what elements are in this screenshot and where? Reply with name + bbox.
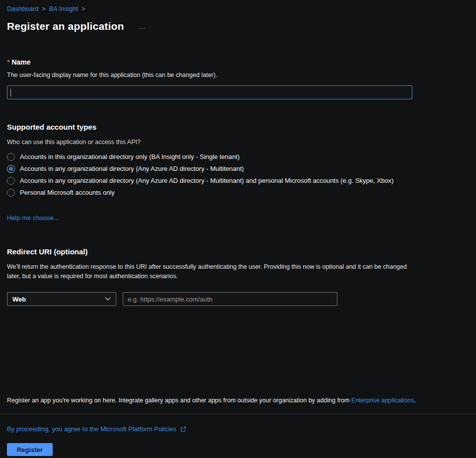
platform-selected-value: Web <box>12 296 26 303</box>
account-types-radio-group: Accounts in this organizational director… <box>7 151 469 199</box>
redirect-uri-description: We'll return the authentication response… <box>7 262 420 281</box>
name-field-label: *Name <box>7 58 469 67</box>
breadcrumb-separator: > <box>42 5 46 12</box>
redirect-uri-input[interactable] <box>123 292 337 306</box>
supported-account-types-heading: Supported account types <box>7 122 469 132</box>
radio-label: Accounts in this organizational director… <box>20 153 239 161</box>
more-actions-icon[interactable]: … <box>138 24 147 29</box>
radio-option-personal-only[interactable]: Personal Microsoft accounts only <box>7 187 469 199</box>
gallery-note-text: Register an app you're working on here. … <box>7 397 351 404</box>
help-me-choose-link[interactable]: Help me choose... <box>7 214 59 222</box>
gallery-note-period: . <box>414 397 416 404</box>
name-input[interactable] <box>7 85 412 99</box>
register-button[interactable]: Register <box>7 443 53 456</box>
radio-icon[interactable] <box>7 153 15 161</box>
platform-policies-link[interactable]: By proceeding, you agree to the Microsof… <box>7 425 176 433</box>
radio-option-multitenant[interactable]: Accounts in any organizational directory… <box>7 163 469 175</box>
radio-label: Personal Microsoft accounts only <box>20 189 115 197</box>
redirect-uri-heading: Redirect URI (optional) <box>7 247 469 257</box>
text-cursor <box>10 88 11 96</box>
name-input-wrapper <box>7 85 412 99</box>
enterprise-applications-link[interactable]: Enterprise applications <box>351 397 414 404</box>
required-asterisk: * <box>7 58 9 66</box>
gallery-note: Register an app you're working on here. … <box>7 396 469 404</box>
platform-select-dropdown[interactable]: Web <box>7 292 116 306</box>
radio-label: Accounts in any organizational directory… <box>20 177 394 185</box>
breadcrumb-ba-insight[interactable]: BA Insight <box>49 5 79 12</box>
breadcrumb: Dashboard>BA Insight> <box>7 5 469 13</box>
radio-icon[interactable] <box>7 165 15 173</box>
policy-line: By proceeding, you agree to the Microsof… <box>7 425 469 433</box>
page-title: Register an application <box>7 19 124 33</box>
radio-icon[interactable] <box>7 189 15 197</box>
radio-option-multitenant-personal[interactable]: Accounts in any organizational directory… <box>7 175 469 187</box>
redirect-uri-row: Web <box>7 292 469 306</box>
account-types-question: Who can use this application or access t… <box>7 138 469 146</box>
title-row: Register an application … <box>7 19 469 33</box>
breadcrumb-separator: > <box>81 5 85 12</box>
radio-icon[interactable] <box>7 177 15 185</box>
name-field-description: The user-facing display name for this ap… <box>7 71 469 79</box>
radio-label: Accounts in any organizational directory… <box>20 165 244 173</box>
breadcrumb-dashboard[interactable]: Dashboard <box>7 5 39 12</box>
register-application-blade: Dashboard>BA Insight> Register an applic… <box>0 0 476 456</box>
name-label-text: Name <box>11 58 30 66</box>
radio-option-single-tenant[interactable]: Accounts in this organizational director… <box>7 151 469 163</box>
chevron-down-icon <box>105 297 111 301</box>
footer-divider <box>0 414 476 414</box>
external-link-icon[interactable] <box>180 426 187 433</box>
radio-dot <box>9 167 13 171</box>
